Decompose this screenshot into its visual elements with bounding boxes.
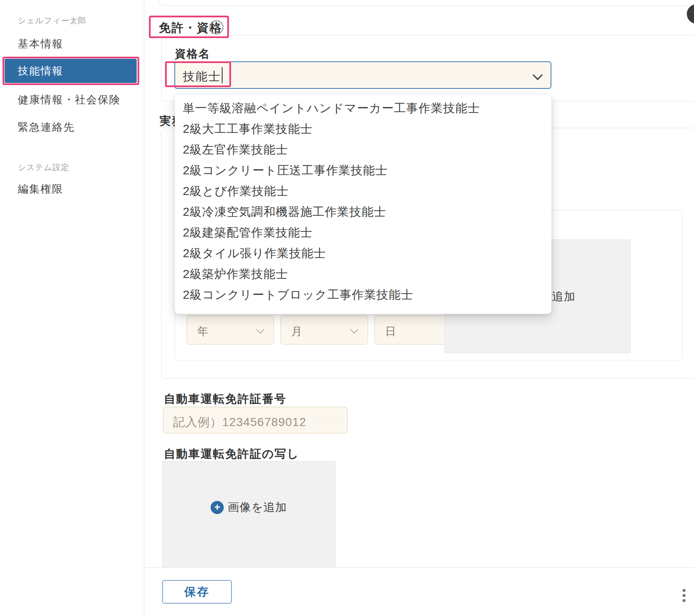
license-number-placeholder: 記入例）123456789012 (173, 414, 306, 430)
sidebar-item-health-insurance[interactable]: 健康情報・社会保険 (18, 93, 121, 107)
year-placeholder: 年 (197, 324, 208, 339)
dropdown-option[interactable]: 単一等級溶融ペイントハンドマーカー工事作業技能士 (175, 98, 551, 118)
license-copy-label: 自動車運転免許証の写し (164, 446, 299, 462)
dropdown-option[interactable]: 2級築炉作業技能士 (175, 264, 551, 284)
qualification-input-value: 技能士 (183, 69, 221, 85)
chevron-down-icon (532, 70, 543, 80)
profile-name: シェルフィー太郎 (18, 15, 86, 26)
sidebar-item-basic-info[interactable]: 基本情報 (18, 37, 63, 51)
dropdown-option[interactable]: 2級タイル張り作業技能士 (175, 243, 551, 264)
dropdown-option[interactable]: 2級コンクリート圧送工事作業技能士 (175, 160, 551, 181)
dropdown-option[interactable]: 2級左官作業技能士 (175, 139, 551, 160)
sidebar-item-label: 技能情報 (18, 64, 63, 78)
month-placeholder: 月 (291, 324, 302, 339)
sidebar: シェルフィー太郎 基本情報 技能情報 健康情報・社会保険 緊急連絡先 システム設… (0, 0, 144, 616)
qualification-dropdown: 単一等級溶融ペイントハンドマーカー工事作業技能士 2級大工工事作業技能士 2級左… (175, 94, 551, 314)
license-copy-upload-area[interactable]: + 画像を追加 (162, 461, 336, 571)
dropdown-option[interactable]: 2級とび作業技能士 (175, 181, 551, 201)
add-image-label: 画像を追加 (228, 500, 287, 515)
chevron-down-icon (256, 325, 264, 334)
save-button[interactable]: 保存 (162, 580, 232, 604)
qualification-name-label: 資格名 (175, 47, 210, 61)
license-number-input[interactable]: 記入例）123456789012 (163, 407, 348, 434)
text-caret (222, 67, 223, 83)
system-settings-caption: システム設定 (18, 162, 69, 173)
dropdown-option[interactable]: 2級コンクリートブロック工事作業技能士 (175, 284, 551, 305)
footer-bar: 保存 (144, 567, 694, 616)
add-plus-icon: + (211, 501, 224, 514)
sidebar-item-emergency-contact[interactable]: 緊急連絡先 (18, 120, 75, 134)
close-icon[interactable]: ✕ (687, 4, 694, 24)
day-placeholder: 日 (385, 324, 396, 339)
dropdown-option[interactable]: 2級冷凍空気調和機器施工作業技能士 (175, 201, 551, 222)
year-select[interactable]: 年 (186, 315, 274, 345)
qualification-name-input[interactable]: 技能士 (174, 61, 551, 89)
sidebar-item-edit-permission[interactable]: 編集権限 (18, 182, 63, 196)
sidebar-item-skill-info[interactable]: 技能情報 (5, 59, 137, 83)
chevron-down-icon (350, 325, 358, 334)
kebab-menu-icon[interactable] (683, 589, 686, 602)
previous-card-bottom-edge (160, 0, 694, 6)
dropdown-option[interactable]: 2級建築配管作業技能士 (175, 222, 551, 243)
month-select[interactable]: 月 (280, 315, 368, 345)
license-number-label: 自動車運転免許証番号 (164, 391, 286, 407)
dropdown-option[interactable]: 2級大工工事作業技能士 (175, 118, 551, 139)
employee-skill-info-page: シェルフィー太郎 基本情報 技能情報 健康情報・社会保険 緊急連絡先 システム設… (0, 0, 694, 616)
question-mark-icon[interactable]: ? (209, 20, 223, 34)
